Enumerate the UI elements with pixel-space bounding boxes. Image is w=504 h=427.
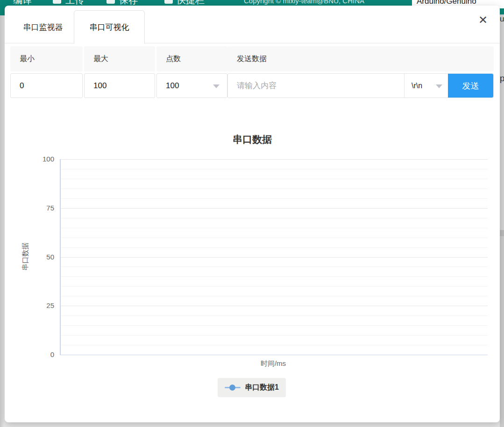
gridline	[61, 276, 488, 277]
y-axis-label: 串口数据	[21, 229, 30, 285]
legend-item-series1[interactable]: 串口数据1	[218, 378, 286, 397]
gridline	[61, 238, 488, 238]
gridline	[61, 296, 488, 296]
gridline	[61, 257, 488, 258]
plot-area	[60, 159, 488, 355]
min-input[interactable]	[11, 74, 82, 98]
gridline	[61, 286, 488, 287]
toolbar-right-edge	[500, 8, 504, 14]
gridline	[61, 218, 488, 218]
y-tick-label: 100	[14, 154, 54, 164]
serial-dialog: 串口监视器 串口可视化 ✕ 最小 最大 点数 发送数据 \r\n 发送 串口数据…	[5, 6, 500, 422]
min-input-cell	[10, 73, 83, 98]
chevron-down-icon	[213, 84, 220, 88]
send-input[interactable]	[228, 74, 404, 98]
edge-lower-area	[500, 236, 504, 427]
gridline	[61, 335, 488, 336]
edge-text-fragment-mid: p	[500, 73, 504, 84]
legend-dot	[229, 385, 235, 391]
header-send-data: 发送数据	[227, 46, 494, 71]
save-icon	[106, 0, 115, 4]
edge-text-fragment-top: u	[500, 14, 504, 24]
chevron-down-icon	[436, 84, 442, 88]
y-tick-label: 0	[14, 350, 54, 359]
gridline	[61, 228, 488, 228]
gridline	[61, 266, 488, 267]
header-max: 最大	[84, 46, 155, 71]
dialog-tabbar: 串口监视器 串口可视化 ✕	[5, 6, 500, 43]
send-input-cell	[228, 74, 405, 98]
y-tick-label: 25	[14, 301, 54, 310]
gridline	[61, 315, 488, 316]
chart-title: 串口数据	[14, 133, 490, 146]
gridline	[61, 169, 488, 169]
max-input[interactable]	[85, 74, 155, 98]
gridline	[61, 159, 488, 160]
gridline	[61, 325, 488, 326]
upload-icon	[53, 0, 61, 4]
tab-serial-visualizer[interactable]: 串口可视化	[74, 10, 145, 44]
y-tick-labels: 0255075100	[14, 159, 54, 355]
close-icon[interactable]: ✕	[476, 13, 490, 27]
line-ending-value: \r\n	[412, 82, 422, 90]
send-group: \r\n 发送	[227, 73, 494, 98]
x-axis-label: 时间/ms	[60, 359, 487, 368]
max-input-cell	[84, 73, 155, 98]
points-select-cell[interactable]	[156, 73, 227, 98]
gridline	[61, 179, 488, 179]
header-min: 最小	[10, 46, 83, 71]
y-tick-label: 75	[14, 203, 54, 213]
send-button[interactable]: 发送	[448, 74, 493, 98]
page-left-edge	[0, 15, 5, 427]
line-ending-select[interactable]: \r\n	[405, 74, 448, 98]
gridline	[61, 189, 488, 189]
gridline	[61, 208, 488, 209]
gridline	[61, 345, 488, 345]
shortcut-icon	[164, 0, 173, 4]
page-right-edge: u p	[500, 14, 504, 427]
gridline	[61, 247, 488, 248]
tab-serial-monitor[interactable]: 串口监视器	[10, 16, 76, 39]
legend-label: 串口数据1	[245, 383, 279, 392]
line-marker-icon	[225, 384, 241, 391]
edge-scrollbar-thumb[interactable]	[500, 230, 504, 236]
serial-chart: 串口数据 0255075100 串口数据 时间/ms 串口数据1	[14, 122, 490, 412]
gridline	[61, 198, 488, 199]
gridline	[61, 306, 488, 306]
copyright-text: Copyright © mixly-team@BNU, CHINA	[244, 0, 364, 5]
header-points: 点数	[156, 46, 227, 71]
y-tick-label: 50	[14, 252, 54, 262]
